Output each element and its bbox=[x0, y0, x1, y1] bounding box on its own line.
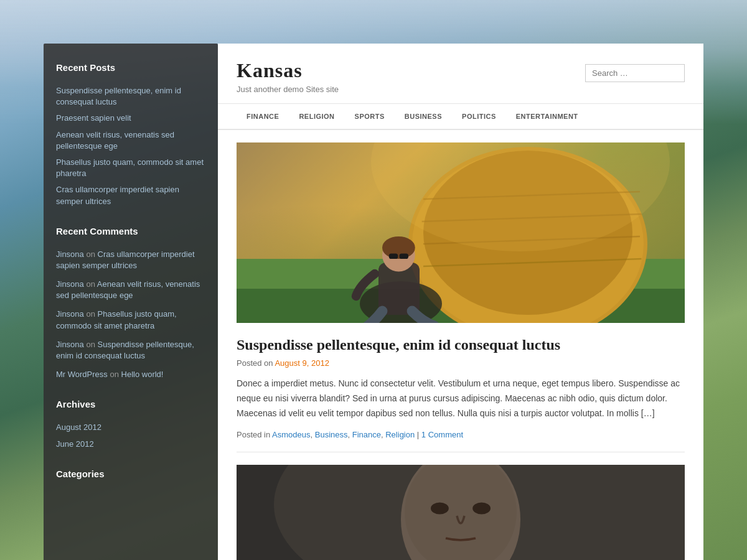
archive-jun-2012[interactable]: June 2012 bbox=[56, 439, 205, 450]
nav-item-sports: SPORTS bbox=[345, 104, 395, 129]
hero-svg bbox=[237, 142, 685, 323]
svg-rect-14 bbox=[389, 254, 398, 259]
article-1-date[interactable]: August 9, 2012 bbox=[275, 358, 329, 368]
comment-4: Jinsona on Suspendisse pellentesque, eni… bbox=[56, 339, 205, 362]
nav-link-sports[interactable]: SPORTS bbox=[345, 104, 395, 129]
comment-on-1: on bbox=[86, 250, 97, 259]
svg-rect-24 bbox=[237, 465, 685, 560]
cat-asmodeus[interactable]: Asmodeus bbox=[272, 430, 310, 439]
comment-author-3[interactable]: Jinsona bbox=[56, 309, 84, 319]
categories-section: Categories bbox=[56, 469, 205, 483]
nav-item-entertainment: ENTERTAINMENT bbox=[506, 104, 588, 129]
site-branding: Kansas Just another demo Sites site bbox=[237, 59, 339, 94]
recent-posts-section: Recent Posts Suspendisse pellentesque, e… bbox=[56, 62, 205, 207]
archives-title: Archives bbox=[56, 399, 205, 413]
nav-link-politics[interactable]: POLITICS bbox=[452, 104, 506, 129]
cat-religion[interactable]: Religion bbox=[385, 430, 415, 439]
article-1-hero-image bbox=[237, 142, 685, 323]
comment-author-4[interactable]: Jinsona bbox=[56, 340, 84, 349]
comment-on-3: on bbox=[86, 309, 97, 319]
sidebar-post-1[interactable]: Suspendisse pellentesque, enim id conseq… bbox=[56, 85, 205, 108]
nav-item-finance: FINANCE bbox=[237, 104, 289, 129]
comment-2: Jinsona on Aenean velit risus, venenatis… bbox=[56, 279, 205, 301]
sidebar-post-3[interactable]: Aenean velit risus, venenatis sed pellen… bbox=[56, 129, 205, 152]
archive-aug-2012[interactable]: August 2012 bbox=[56, 422, 205, 433]
nav-item-politics: POLITICS bbox=[452, 104, 506, 129]
nav-list: FINANCE RELIGION SPORTS BUSINESS POLITIC… bbox=[237, 104, 685, 129]
comment-3: Jinsona on Phasellus justo quam, commodo… bbox=[56, 309, 205, 331]
nav-link-entertainment[interactable]: ENTERTAINMENT bbox=[506, 104, 588, 129]
comment-on-5: on bbox=[110, 370, 121, 379]
article-2-image bbox=[237, 465, 685, 560]
sidebar-post-4[interactable]: Phasellus justo quam, commodo sit amet p… bbox=[56, 157, 205, 179]
article-1-title[interactable]: Suspendisse pellentesque, enim id conseq… bbox=[237, 335, 685, 355]
nav-link-finance[interactable]: FINANCE bbox=[237, 104, 289, 129]
cat-finance[interactable]: Finance bbox=[352, 430, 381, 439]
article-1-footer: Posted in Asmodeus, Business, Finance, R… bbox=[237, 430, 685, 452]
nav-item-business: BUSINESS bbox=[395, 104, 452, 129]
main-content: Kansas Just another demo Sites site FINA… bbox=[218, 44, 703, 560]
comment-5: Mr WordPress on Hello world! bbox=[56, 369, 205, 380]
site-tagline: Just another demo Sites site bbox=[237, 85, 339, 94]
article-1: Suspendisse pellentesque, enim id conseq… bbox=[237, 142, 685, 452]
posted-on-label: Posted on bbox=[237, 358, 273, 368]
recent-posts-title: Recent Posts bbox=[56, 62, 205, 77]
comment-count[interactable]: 1 Comment bbox=[421, 430, 463, 439]
categories-title: Categories bbox=[56, 469, 205, 483]
article-2-svg bbox=[237, 465, 685, 560]
article-1-body: Donec a imperdiet metus. Nunc id consect… bbox=[237, 376, 685, 421]
nav-item-religion: RELIGION bbox=[289, 104, 344, 129]
recent-comments-title: Recent Comments bbox=[56, 226, 205, 240]
sidebar-post-5[interactable]: Cras ullamcorper imperdiet sapien semper… bbox=[56, 184, 205, 207]
nav-link-business[interactable]: BUSINESS bbox=[395, 104, 452, 129]
comment-on-2: on bbox=[86, 279, 96, 289]
svg-point-13 bbox=[382, 236, 415, 259]
article-1-title-link[interactable]: Suspendisse pellentesque, enim id conseq… bbox=[237, 337, 560, 353]
svg-rect-15 bbox=[400, 254, 408, 259]
site-title[interactable]: Kansas bbox=[237, 59, 339, 82]
separator: | bbox=[417, 430, 419, 439]
posted-in-label: Posted in bbox=[237, 430, 270, 439]
comment-author-1[interactable]: Jinsona bbox=[56, 250, 84, 259]
comment-post-5[interactable]: Hello world! bbox=[121, 370, 164, 379]
search-area bbox=[585, 64, 685, 82]
site-header: Kansas Just another demo Sites site bbox=[218, 44, 703, 104]
nav-link-religion[interactable]: RELIGION bbox=[289, 104, 344, 129]
article-1-meta: Posted on August 9, 2012 bbox=[237, 358, 685, 368]
comment-on-4: on bbox=[86, 340, 97, 349]
sidebar: Recent Posts Suspendisse pellentesque, e… bbox=[44, 44, 218, 560]
archives-section: Archives August 2012 June 2012 bbox=[56, 399, 205, 449]
comment-author-2[interactable]: Jinsona bbox=[56, 279, 84, 289]
comment-1: Jinsona on Cras ullamcorper imperdiet sa… bbox=[56, 249, 205, 271]
sidebar-post-2[interactable]: Praesent sapien velit bbox=[56, 113, 205, 124]
recent-comments-section: Recent Comments Jinsona on Cras ullamcor… bbox=[56, 226, 205, 381]
comment-author-5[interactable]: Mr WordPress bbox=[56, 370, 108, 379]
site-nav: FINANCE RELIGION SPORTS BUSINESS POLITIC… bbox=[218, 104, 703, 130]
cat-business[interactable]: Business bbox=[315, 430, 348, 439]
search-input[interactable] bbox=[585, 64, 685, 82]
articles-area: Suspendisse pellentesque, enim id conseq… bbox=[218, 142, 703, 560]
